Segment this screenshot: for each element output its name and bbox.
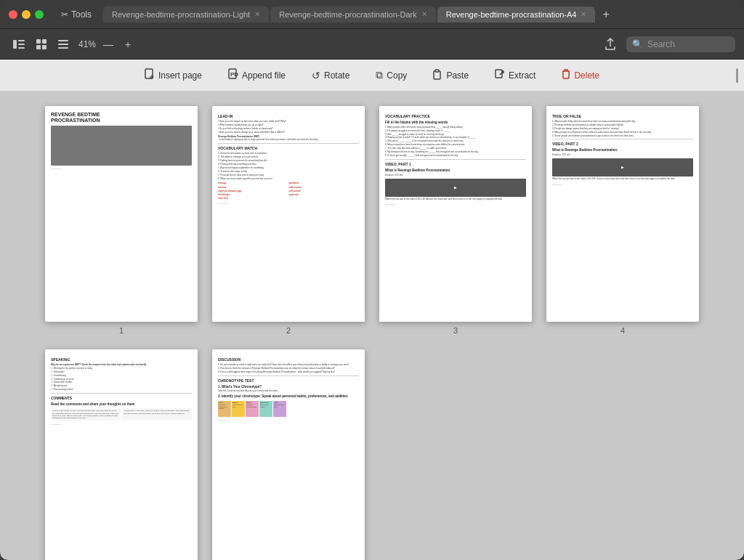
svg-rect-5 bbox=[42, 39, 46, 44]
pages-grid: REVENGE BEDTIMEPROCRASTINATION ©lessonfa… bbox=[45, 106, 699, 560]
page-1-title: REVENGE BEDTIMEPROCRASTINATION bbox=[51, 112, 192, 123]
svg-rect-6 bbox=[36, 45, 41, 49]
copy-button[interactable]: ⧉ Copy bbox=[371, 66, 411, 84]
extract-icon bbox=[495, 69, 505, 81]
page-thumb-4[interactable]: TRUE OR FALSE 1. Many people delay sleep… bbox=[546, 106, 699, 322]
page-1-image bbox=[51, 126, 192, 166]
insert-page-label: Insert page bbox=[158, 70, 202, 81]
page-wrapper-1: REVENGE BEDTIMEPROCRASTINATION ©lessonfa… bbox=[45, 106, 198, 335]
tools-menu[interactable]: ✂ Tools bbox=[55, 7, 97, 22]
paste-icon bbox=[433, 69, 442, 82]
paste-button[interactable]: Paste bbox=[429, 66, 473, 85]
page-5-heading: SPEAKING bbox=[51, 357, 192, 362]
page-3-video-heading: VIDEO, PART 1 bbox=[385, 162, 526, 167]
extract-button[interactable]: Extract bbox=[490, 66, 540, 84]
page-wrapper-3: VOCABULARY PRACTICE Fill in the blanks w… bbox=[379, 106, 532, 335]
zoom-control: 41% — + bbox=[78, 36, 135, 53]
minimize-button[interactable] bbox=[22, 10, 31, 19]
sidebar-toggle-button[interactable] bbox=[9, 37, 29, 52]
page-wrapper-5: SPEAKING Why do we experience RBP? Check… bbox=[45, 349, 198, 560]
search-icon: 🔍 bbox=[632, 39, 643, 49]
tab-dark-close[interactable]: ✕ bbox=[421, 10, 427, 18]
delete-icon bbox=[562, 69, 570, 81]
maximize-button[interactable] bbox=[35, 10, 44, 19]
page-5-comments: "This is a big problem for me. I'm a gra… bbox=[51, 408, 192, 421]
share-button[interactable] bbox=[600, 35, 620, 54]
svg-rect-4 bbox=[36, 39, 41, 44]
page-thumb-6[interactable]: DISCUSSION 1. Do you consider yourself a… bbox=[212, 349, 365, 560]
search-box[interactable]: 🔍 bbox=[626, 36, 735, 52]
page-number-4: 4 bbox=[620, 326, 625, 335]
zoom-in-button[interactable]: + bbox=[121, 36, 135, 53]
tools-label: Tools bbox=[71, 9, 92, 20]
page-6-chrono-boxes: LION Early riser, productive in morning … bbox=[218, 401, 359, 417]
titlebar: ✂ Tools Revenge-bedtime-procrastination-… bbox=[0, 0, 744, 29]
paste-label: Paste bbox=[446, 70, 469, 81]
svg-rect-9 bbox=[58, 44, 68, 45]
page-wrapper-4: TRUE OR FALSE 1. Many people delay sleep… bbox=[546, 106, 699, 335]
page-number-2: 2 bbox=[286, 326, 291, 335]
delete-button[interactable]: Delete bbox=[557, 66, 604, 84]
page-2-vocab-heading: VOCABULARY MATCH bbox=[218, 146, 359, 151]
append-file-label: Append file bbox=[242, 70, 286, 81]
page-thumb-3[interactable]: VOCABULARY PRACTICE Fill in the blanks w… bbox=[379, 106, 532, 322]
zoom-value: 41% bbox=[78, 39, 96, 49]
svg-rect-8 bbox=[58, 40, 68, 41]
search-input[interactable] bbox=[647, 39, 720, 49]
pages-content: REVENGE BEDTIMEPROCRASTINATION ©lessonfa… bbox=[0, 92, 744, 560]
tab-dark-label: Revenge-bedtime-procrastination-Dark bbox=[279, 10, 417, 19]
panel-resize-handle[interactable] bbox=[736, 68, 738, 83]
view-buttons bbox=[9, 36, 73, 52]
extract-label: Extract bbox=[509, 70, 535, 81]
tab-light-label: Revenge-bedtime-procrastination-Light bbox=[112, 10, 250, 19]
new-tab-button[interactable]: + bbox=[597, 5, 615, 24]
tab-light-close[interactable]: ✕ bbox=[254, 10, 260, 18]
traffic-lights bbox=[9, 10, 44, 19]
page-number-1: 1 bbox=[119, 326, 124, 335]
page-thumb-1[interactable]: REVENGE BEDTIMEPROCRASTINATION ©lessonfa… bbox=[45, 106, 198, 322]
page-2-separator bbox=[218, 143, 359, 144]
svg-rect-0 bbox=[13, 40, 17, 49]
toolbar: 41% — + 🔍 bbox=[0, 29, 744, 60]
page-6-chrono-heading: CHRONOTYPE TEST bbox=[218, 378, 359, 384]
tab-light[interactable]: Revenge-bedtime-procrastination-Light ✕ bbox=[103, 7, 269, 23]
zoom-out-button[interactable]: — bbox=[99, 36, 118, 53]
close-button[interactable] bbox=[9, 10, 17, 19]
page-2-heading: LEAD-IN bbox=[218, 114, 359, 119]
page-3-video: ▶ bbox=[385, 179, 526, 197]
page-wrapper-2: LEAD-IN • Have you ever stayed up late e… bbox=[212, 106, 365, 335]
rotate-label: Rotate bbox=[324, 70, 349, 81]
page-number-3: 3 bbox=[453, 326, 458, 335]
tab-dark[interactable]: Revenge-bedtime-procrastination-Dark ✕ bbox=[270, 7, 436, 23]
insert-page-button[interactable]: Insert page bbox=[140, 65, 206, 85]
tab-a4-close[interactable]: ✕ bbox=[581, 10, 586, 18]
page-1-footer: ©lessonface bbox=[51, 168, 192, 170]
page-5-comments-heading: COMMENTS bbox=[51, 396, 192, 401]
actionbar: Insert page PDF Append file ↺ Rotate ⧉ C… bbox=[0, 60, 744, 92]
page-wrapper-6: DISCUSSION 1. Do you consider yourself a… bbox=[212, 349, 365, 560]
rotate-icon: ↺ bbox=[312, 70, 320, 81]
page-thumb-5[interactable]: SPEAKING Why do we experience RBP? Check… bbox=[45, 349, 198, 560]
page-4-video2-heading: VIDEO, PART 2 bbox=[552, 142, 693, 147]
page-2-vocab-grid: revenge pandemic me-time valid reason in… bbox=[218, 182, 359, 200]
page-3-heading: VOCABULARY PRACTICE bbox=[385, 114, 526, 119]
tab-a4[interactable]: Revenge-bedtime-procrastination-A4 ✕ bbox=[437, 7, 596, 23]
svg-rect-3 bbox=[18, 47, 25, 49]
copy-label: Copy bbox=[387, 70, 407, 81]
tools-icon: ✂ bbox=[61, 9, 68, 20]
svg-rect-1 bbox=[18, 40, 25, 41]
insert-page-icon bbox=[145, 68, 155, 82]
append-file-button[interactable]: PDF Append file bbox=[224, 65, 290, 85]
page-4-heading: TRUE OR FALSE bbox=[552, 114, 693, 119]
copy-icon: ⧉ bbox=[376, 69, 383, 81]
tabs-container: Revenge-bedtime-procrastination-Light ✕ … bbox=[103, 5, 735, 24]
rotate-button[interactable]: ↺ Rotate bbox=[307, 67, 354, 84]
tab-a4-label: Revenge-bedtime-procrastination-A4 bbox=[446, 10, 577, 19]
svg-rect-10 bbox=[58, 47, 68, 49]
svg-rect-2 bbox=[18, 44, 25, 45]
page-thumb-2[interactable]: LEAD-IN • Have you ever stayed up late e… bbox=[212, 106, 365, 322]
page-6-heading: DISCUSSION bbox=[218, 357, 359, 362]
page-4-video: ▶ bbox=[552, 158, 693, 176]
grid-view-button[interactable] bbox=[32, 36, 51, 52]
list-view-button[interactable] bbox=[54, 37, 73, 52]
